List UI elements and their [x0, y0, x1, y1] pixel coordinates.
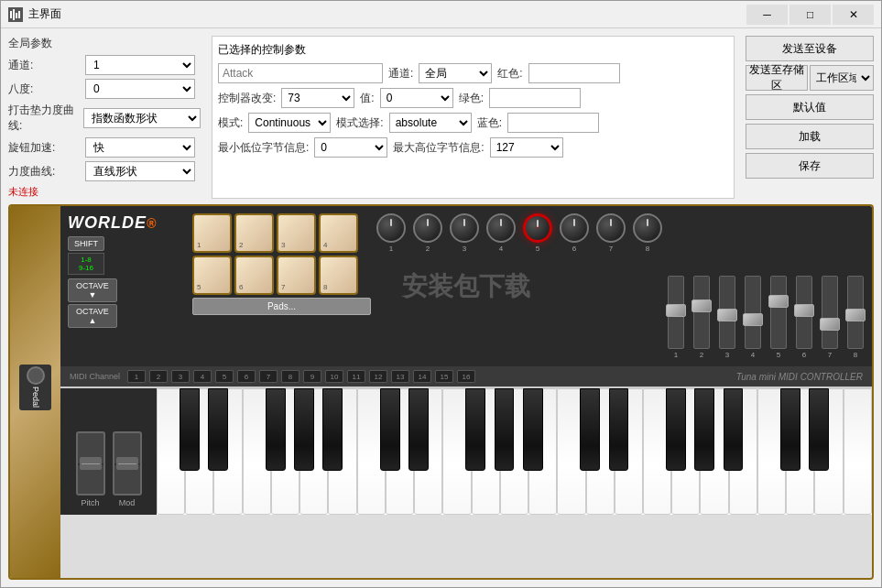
load-button[interactable]: 加载 [746, 124, 874, 149]
channel-btn-6[interactable]: 6 [237, 370, 256, 383]
octave-controls: OCTAVE▼ OCTAVE▲ [68, 278, 117, 328]
octave-down-button[interactable]: OCTAVE▼ [68, 278, 117, 302]
force-curve-select[interactable]: 直线形状指数函数形状 [85, 161, 195, 181]
channel-btn-3[interactable]: 3 [171, 370, 190, 383]
channel-btn-7[interactable]: 7 [259, 370, 278, 383]
logo-shift-area: WORLDE® SHIFT 1-89-16 OCTAVE▼ OCTAVE▲ [68, 213, 187, 359]
pad-4[interactable]: 4 [319, 213, 358, 253]
slider-4[interactable] [743, 313, 763, 326]
sp-mode-select[interactable]: ContinuousToggleIncrement [248, 113, 331, 133]
channel-btn-12[interactable]: 12 [369, 370, 387, 383]
knob-3[interactable] [450, 213, 479, 243]
sp-controller-select[interactable]: 7317 [281, 88, 354, 108]
default-value-button[interactable]: 默认值 [746, 94, 874, 120]
pads-toggle-button[interactable]: Pads... [192, 298, 371, 315]
black-key-cs3[interactable] [180, 388, 200, 471]
black-key-gs5[interactable] [694, 388, 714, 471]
mod-wheel[interactable] [113, 431, 142, 495]
knob-4[interactable] [486, 213, 516, 243]
channel-btn-13[interactable]: 13 [391, 370, 409, 383]
black-key-as4[interactable] [523, 388, 543, 471]
slider-6[interactable] [794, 304, 814, 317]
pad-3[interactable]: 3 [277, 213, 316, 253]
slider-label-8: 8 [854, 351, 857, 359]
pad-6[interactable]: 6 [234, 256, 274, 295]
channel-btn-1[interactable]: 1 [127, 370, 146, 383]
maximize-button[interactable]: □ [789, 5, 831, 25]
sp-channel-label: 通道: [388, 66, 413, 82]
channel-btn-10[interactable]: 10 [325, 370, 343, 383]
send-to-device-button[interactable]: 发送至设备 [746, 36, 874, 61]
sp-min-byte-label: 最小低位字节信息: [218, 140, 309, 156]
knob-8[interactable] [633, 213, 662, 243]
channel-btn-14[interactable]: 14 [413, 370, 431, 383]
pad-2[interactable]: 2 [234, 213, 274, 253]
knob-1[interactable] [376, 213, 406, 243]
sp-min-byte-select[interactable]: 012 [314, 137, 387, 158]
black-key-as3[interactable] [322, 388, 343, 471]
octave-up-button[interactable]: OCTAVE▲ [68, 304, 117, 328]
close-button[interactable]: ✕ [833, 5, 874, 25]
channel-btn-16[interactable]: 16 [457, 370, 475, 383]
window-title: 主界面 [28, 6, 746, 22]
channel-btn-2[interactable]: 2 [149, 370, 168, 383]
black-key-gs3[interactable] [294, 388, 314, 471]
pad-7[interactable]: 7 [277, 256, 316, 295]
sp-red-input[interactable] [528, 63, 620, 83]
pad-5[interactable]: 5 [192, 256, 232, 295]
save-button[interactable]: 保存 [746, 153, 874, 179]
black-key-cs5[interactable] [580, 388, 600, 471]
slider-8[interactable] [845, 309, 866, 321]
sp-mode-choice-select[interactable]: absoluterelative1relative2 [389, 113, 472, 133]
sp-value-select[interactable]: 012 [380, 88, 453, 108]
black-key-fs4[interactable] [465, 388, 485, 471]
slider-5[interactable] [768, 295, 789, 308]
white-key-f6[interactable] [844, 388, 872, 515]
black-key-ds3[interactable] [208, 388, 228, 471]
black-key-ds4[interactable] [408, 388, 429, 471]
selected-params-section: 已选择的控制参数 通道: 全局12 红色: 控制器改变: [212, 36, 735, 199]
pad-1[interactable]: 1 [192, 213, 232, 253]
slider-7[interactable] [820, 318, 840, 331]
minimize-button[interactable]: ─ [746, 5, 788, 25]
black-key-fs5[interactable] [666, 388, 686, 471]
pad-8[interactable]: 8 [319, 256, 358, 295]
black-key-as5[interactable] [724, 388, 744, 471]
black-key-ds5[interactable] [609, 388, 629, 471]
black-key-cs4[interactable] [380, 388, 400, 471]
slider-3[interactable] [717, 309, 737, 321]
sp-channel-select[interactable]: 全局12 [419, 63, 492, 83]
black-key-cs6[interactable] [780, 388, 800, 471]
sp-row-3: 模式: ContinuousToggleIncrement 模式选择: abso… [218, 113, 728, 133]
attack-input[interactable] [218, 63, 383, 83]
knob-7[interactable] [596, 213, 626, 243]
channel-btn-8[interactable]: 8 [281, 370, 299, 383]
knob-2[interactable] [413, 213, 442, 243]
pedal-port: Pedal [19, 365, 51, 410]
svg-rect-3 [18, 11, 20, 18]
channel-btn-11[interactable]: 11 [347, 370, 365, 383]
knob-6[interactable] [560, 213, 589, 243]
slider-2[interactable] [691, 299, 712, 312]
channel-btn-4[interactable]: 4 [193, 370, 212, 383]
shift-button[interactable]: SHIFT [68, 236, 104, 251]
velocity-select[interactable]: 指数函数形状直线形状 [83, 108, 201, 128]
knob-accel-select[interactable]: 快慢中 [85, 137, 195, 158]
workspace-select[interactable]: 工作区域 [810, 65, 874, 91]
knob-5[interactable] [523, 213, 552, 243]
black-key-ds6[interactable] [809, 388, 829, 471]
channel-btn-15[interactable]: 15 [435, 370, 453, 383]
channel-btn-5[interactable]: 5 [215, 370, 234, 383]
sp-green-input[interactable] [489, 88, 581, 108]
octave-select[interactable]: 01-1 [85, 79, 195, 99]
black-key-gs4[interactable] [495, 388, 515, 471]
black-key-fs3[interactable] [266, 388, 286, 471]
slider-1[interactable] [666, 304, 686, 317]
global-params-title: 全局参数 [8, 36, 201, 51]
sp-max-byte-select[interactable]: 127126 [490, 137, 563, 158]
channel-select[interactable]: 1234 [85, 55, 195, 75]
pitch-wheel[interactable] [76, 431, 105, 495]
send-to-storage-button[interactable]: 发送至存储区 [746, 65, 808, 91]
channel-btn-9[interactable]: 9 [303, 370, 321, 383]
sp-blue-input[interactable] [507, 113, 599, 133]
